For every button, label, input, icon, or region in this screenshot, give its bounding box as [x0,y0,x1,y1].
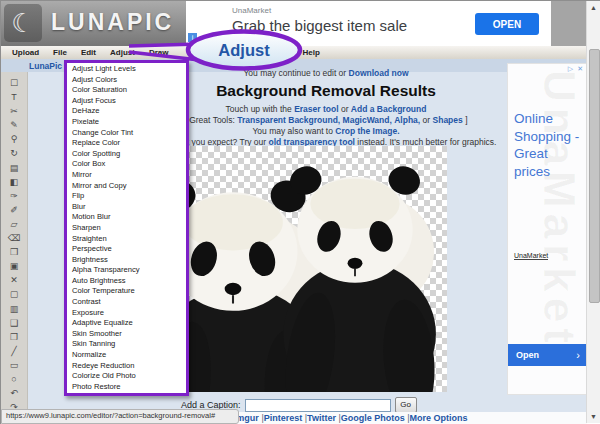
adjust-menu-item[interactable]: Photo Restore [67,382,186,393]
open-label: Open [508,350,576,360]
add-background-link[interactable]: Add a Background [351,104,427,114]
print-icon[interactable]: ▥ [1,302,27,316]
magicwand-link[interactable]: MagicWand, [343,115,392,125]
caption-input[interactable] [245,399,391,412]
adjust-menu-item[interactable]: Color Saturation [67,85,186,96]
top-ad-banner: UnaMarket Grab the biggest item sale OPE… [186,1,551,47]
download-now-link[interactable]: Download now [349,68,409,78]
adjust-menu-item[interactable]: Blur [67,202,186,213]
adjust-menu-item[interactable]: Adjust Colors [67,75,186,86]
copy-icon[interactable]: ❐ [1,330,27,344]
adjust-menu-item[interactable]: Change Color Tint [67,128,186,139]
adjust-menu-item[interactable]: Color Box [67,159,186,170]
adjust-menu-item[interactable]: Normalize [67,350,186,361]
pencil-icon[interactable]: ✎ [1,118,27,132]
menu-item-help[interactable]: Help [295,48,326,57]
zoom-icon[interactable]: ⚲ [1,132,27,146]
sidebar-ad-open-button[interactable]: Open › [508,344,586,366]
rectangle-icon[interactable]: ▭ [1,358,27,372]
transparent-background-link[interactable]: Transparent Background, [237,115,340,125]
share-link[interactable]: Pinterest [264,413,307,423]
share-link[interactable]: Twitter [307,413,341,423]
adchoices-icon[interactable]: ▷ [567,65,574,72]
shapes-link[interactable]: Shapes [433,115,463,125]
adjust-menu-item[interactable]: Redeye Reduction [67,361,186,372]
ad-info-icon[interactable]: i [188,33,197,42]
continue-note: You may continue to edit or Download now [181,68,471,78]
adjust-menu-item[interactable]: Colorize Old Photo [67,371,186,382]
rotate-icon[interactable]: ↻ [1,146,27,160]
note-text: You may continue to edit or [243,68,346,78]
export-image-icon[interactable]: ❑ [1,316,27,330]
adjust-menu-item[interactable]: Alpha Transparency [67,265,186,276]
sidebar-ad: UnaMarket ▷ ✕ Online Shopping - Great pr… [507,63,587,395]
adjust-menu-item[interactable]: Flip [67,191,186,202]
adjust-menu-item[interactable]: Motion Blur [67,212,186,223]
new-file-icon[interactable]: ▢ [1,287,27,301]
undo-icon[interactable]: ↶ [1,386,27,400]
logo-text: LUNAPIC [51,9,174,36]
panda-image [184,146,447,392]
adjust-menu-item[interactable]: Brightness [67,255,186,266]
adjust-menu-item[interactable]: Mirror and Copy [67,181,186,192]
adjust-menu-item[interactable]: Mirror [67,170,186,181]
alpha-link[interactable]: Alpha, [394,115,420,125]
sidebar-ad-advertiser[interactable]: UnaMarket [514,252,548,260]
share-link[interactable]: More Options [410,413,468,423]
adjust-menu-item[interactable]: Adaptive Equalize [67,318,186,329]
gradient-icon[interactable]: ▤ [1,161,27,175]
eraser-tool-link[interactable]: Eraser tool [294,104,338,114]
go-button[interactable]: Go [395,397,417,413]
open-folder-icon[interactable]: ❒ [1,245,27,259]
lasso-icon[interactable]: ▱ [1,217,27,231]
adjust-menu-item[interactable]: Adjust Focus [67,96,186,107]
ad-close-icon[interactable]: ✕ [576,65,584,72]
image-canvas[interactable] [184,146,447,392]
adjust-menu-item[interactable]: Pixelate [67,117,186,128]
adjust-menu-item[interactable]: Perspective [67,244,186,255]
scroll-up-icon[interactable]: ▲ [587,1,600,14]
delete-icon[interactable]: ✕ [1,273,27,287]
adjust-menu-item[interactable]: Skin Smoother [67,329,186,340]
adjust-menu-item[interactable]: Straighten [67,234,186,245]
menu-item[interactable]: Draw [142,48,176,57]
page-scrollbar[interactable]: ▲ ▼ [586,1,600,423]
scissors-icon[interactable]: ✂ [1,104,27,118]
text-icon[interactable]: T [1,90,27,104]
touch-up-line: Touch up with the Eraser tool or Add a B… [151,104,501,114]
scrollbar-thumb[interactable] [589,49,600,303]
text: You may also want to [252,126,332,136]
lunapic-logo[interactable]: ☾ LUNAPIC [1,1,186,46]
adjust-menu-item[interactable]: Auto Brightness [67,276,186,287]
menu-item[interactable]: File [46,48,74,57]
save-icon[interactable]: ▣ [1,259,27,273]
circle-icon[interactable]: ○ [1,372,27,386]
brush-icon[interactable]: ✐ [1,203,27,217]
fill-icon[interactable]: ◧ [1,175,27,189]
adjust-menu-item[interactable]: Exposure [67,308,186,319]
text: Touch up with the [226,104,292,114]
adjust-menu-item[interactable]: Sharpen [67,223,186,234]
sidebar-ad-headline: Online Shopping - Great prices [514,110,582,180]
adjust-menu-item[interactable]: Contrast [67,297,186,308]
tool-palette: ☐T✂✎⚲↻▤◧✑✐▱⌫❒▣✕▢▥❑❐╱▭○↶↷ [1,72,28,412]
menu-item[interactable]: Upload [5,48,46,57]
top-ad-advertiser: UnaMarket [232,6,271,15]
top-ad-headline: Grab the biggest item sale [232,17,407,34]
adjust-menu-item[interactable]: Replace Color [67,138,186,149]
adjust-menu-item[interactable]: Adjust Light Levels [67,64,186,75]
select-icon[interactable]: ☐ [1,76,27,90]
menu-item[interactable]: Edit [74,48,103,57]
adjust-menu-item[interactable]: Skin Tanning [67,339,186,350]
crop-image-link[interactable]: Crop the Image. [335,126,399,136]
adjust-menu-item[interactable]: Color Temperature [67,286,186,297]
scroll-down-icon[interactable]: ▼ [587,410,600,423]
menu-item[interactable]: Adjust [103,48,142,57]
share-link[interactable]: Google Photos [341,413,410,423]
top-ad-open-button[interactable]: OPEN [475,13,539,35]
line-icon[interactable]: ╱ [1,344,27,358]
adjust-menu-item[interactable]: DeHaze [67,106,186,117]
eraser-icon[interactable]: ⌫ [1,231,27,245]
adjust-menu-item[interactable]: Color Spotting [67,149,186,160]
eyedropper-icon[interactable]: ✑ [1,189,27,203]
